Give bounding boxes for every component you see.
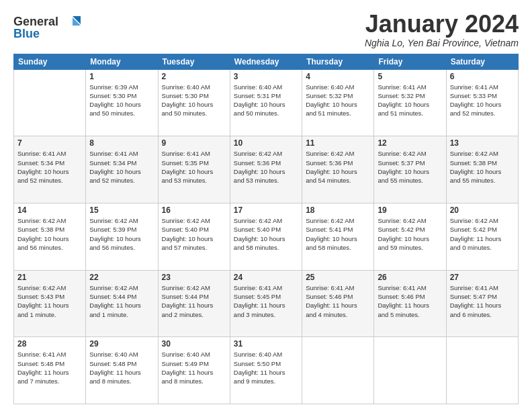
calendar-week-4: 28Sunrise: 6:41 AMSunset: 5:48 PMDayligh… (14, 337, 519, 404)
svg-text:Blue: Blue (13, 27, 40, 40)
day-info: Sunrise: 6:41 AMSunset: 5:45 PMDaylight:… (234, 283, 298, 319)
day-info: Sunrise: 6:42 AMSunset: 5:43 PMDaylight:… (17, 283, 82, 319)
calendar-cell: 4Sunrise: 6:40 AMSunset: 5:32 PMDaylight… (302, 69, 374, 136)
calendar-cell: 16Sunrise: 6:42 AMSunset: 5:40 PMDayligh… (158, 203, 230, 270)
day-number: 8 (89, 138, 154, 148)
day-info: Sunrise: 6:41 AMSunset: 5:35 PMDaylight:… (162, 149, 226, 185)
location: Nghia Lo, Yen Bai Province, Vietnam (365, 38, 519, 48)
calendar-cell: 20Sunrise: 6:42 AMSunset: 5:42 PMDayligh… (446, 203, 518, 270)
logo: General Blue (13, 11, 87, 44)
day-info: Sunrise: 6:42 AMSunset: 5:36 PMDaylight:… (306, 149, 370, 185)
calendar-week-1: 7Sunrise: 6:41 AMSunset: 5:34 PMDaylight… (14, 136, 519, 203)
day-info: Sunrise: 6:42 AMSunset: 5:38 PMDaylight:… (450, 149, 515, 185)
svg-text:General: General (13, 15, 58, 28)
day-info: Sunrise: 6:41 AMSunset: 5:46 PMDaylight:… (378, 283, 442, 319)
day-info: Sunrise: 6:41 AMSunset: 5:33 PMDaylight:… (450, 83, 515, 118)
calendar-cell: 24Sunrise: 6:41 AMSunset: 5:45 PMDayligh… (230, 270, 302, 337)
calendar-cell (446, 337, 518, 404)
day-info: Sunrise: 6:40 AMSunset: 5:30 PMDaylight:… (162, 83, 226, 118)
day-info: Sunrise: 6:40 AMSunset: 5:49 PMDaylight:… (162, 350, 226, 385)
col-friday: Friday (374, 54, 446, 69)
day-info: Sunrise: 6:39 AMSunset: 5:30 PMDaylight:… (89, 83, 154, 118)
col-tuesday: Tuesday (158, 54, 230, 69)
day-info: Sunrise: 6:40 AMSunset: 5:31 PMDaylight:… (234, 83, 298, 118)
calendar-cell: 18Sunrise: 6:42 AMSunset: 5:41 PMDayligh… (302, 203, 374, 270)
day-number: 3 (234, 72, 298, 81)
calendar-cell: 5Sunrise: 6:41 AMSunset: 5:32 PMDaylight… (374, 69, 446, 136)
calendar-cell: 9Sunrise: 6:41 AMSunset: 5:35 PMDaylight… (158, 136, 230, 203)
col-thursday: Thursday (302, 54, 374, 69)
day-number: 6 (450, 72, 515, 81)
calendar-cell: 31Sunrise: 6:40 AMSunset: 5:50 PMDayligh… (230, 337, 302, 404)
day-number: 27 (450, 273, 515, 282)
month-title: January 2024 (365, 11, 519, 38)
day-info: Sunrise: 6:42 AMSunset: 5:42 PMDaylight:… (378, 216, 442, 252)
day-info: Sunrise: 6:40 AMSunset: 5:32 PMDaylight:… (306, 83, 370, 118)
day-number: 17 (234, 205, 298, 215)
day-info: Sunrise: 6:41 AMSunset: 5:47 PMDaylight:… (450, 283, 515, 319)
day-info: Sunrise: 6:41 AMSunset: 5:32 PMDaylight:… (378, 83, 442, 118)
day-number: 21 (17, 273, 82, 282)
day-number: 10 (234, 138, 298, 148)
day-info: Sunrise: 6:40 AMSunset: 5:48 PMDaylight:… (89, 350, 154, 385)
day-info: Sunrise: 6:42 AMSunset: 5:37 PMDaylight:… (378, 149, 442, 185)
calendar-cell: 27Sunrise: 6:41 AMSunset: 5:47 PMDayligh… (446, 270, 518, 337)
calendar-cell: 26Sunrise: 6:41 AMSunset: 5:46 PMDayligh… (374, 270, 446, 337)
day-info: Sunrise: 6:41 AMSunset: 5:48 PMDaylight:… (17, 350, 82, 385)
calendar-cell: 6Sunrise: 6:41 AMSunset: 5:33 PMDaylight… (446, 69, 518, 136)
day-number: 18 (306, 205, 370, 215)
day-number: 20 (450, 205, 515, 215)
day-number: 5 (378, 72, 442, 81)
calendar-table: Sunday Monday Tuesday Wednesday Thursday… (13, 54, 519, 404)
day-number: 28 (17, 339, 82, 349)
day-number: 2 (162, 72, 226, 81)
day-info: Sunrise: 6:42 AMSunset: 5:39 PMDaylight:… (89, 216, 154, 252)
day-number: 26 (378, 273, 442, 282)
day-number: 23 (162, 273, 226, 282)
calendar-cell: 28Sunrise: 6:41 AMSunset: 5:48 PMDayligh… (14, 337, 86, 404)
calendar-body: 1Sunrise: 6:39 AMSunset: 5:30 PMDaylight… (14, 69, 519, 404)
calendar-cell (14, 69, 86, 136)
calendar-week-3: 21Sunrise: 6:42 AMSunset: 5:43 PMDayligh… (14, 270, 519, 337)
calendar-cell: 30Sunrise: 6:40 AMSunset: 5:49 PMDayligh… (158, 337, 230, 404)
calendar-cell: 12Sunrise: 6:42 AMSunset: 5:37 PMDayligh… (374, 136, 446, 203)
calendar-cell: 23Sunrise: 6:42 AMSunset: 5:44 PMDayligh… (158, 270, 230, 337)
calendar-cell: 11Sunrise: 6:42 AMSunset: 5:36 PMDayligh… (302, 136, 374, 203)
calendar-cell: 21Sunrise: 6:42 AMSunset: 5:43 PMDayligh… (14, 270, 86, 337)
calendar-cell: 7Sunrise: 6:41 AMSunset: 5:34 PMDaylight… (14, 136, 86, 203)
col-sunday: Sunday (14, 54, 86, 69)
calendar-cell: 8Sunrise: 6:41 AMSunset: 5:34 PMDaylight… (86, 136, 158, 203)
day-number: 11 (306, 138, 370, 148)
day-info: Sunrise: 6:41 AMSunset: 5:34 PMDaylight:… (17, 149, 82, 185)
day-number: 30 (162, 339, 226, 349)
day-number: 9 (162, 138, 226, 148)
day-number: 14 (17, 205, 82, 215)
day-info: Sunrise: 6:41 AMSunset: 5:46 PMDaylight:… (306, 283, 370, 319)
logo-svg: General Blue (13, 11, 87, 44)
calendar-week-0: 1Sunrise: 6:39 AMSunset: 5:30 PMDaylight… (14, 69, 519, 136)
day-info: Sunrise: 6:42 AMSunset: 5:41 PMDaylight:… (306, 216, 370, 252)
header-row: Sunday Monday Tuesday Wednesday Thursday… (14, 54, 519, 69)
calendar-cell: 15Sunrise: 6:42 AMSunset: 5:39 PMDayligh… (86, 203, 158, 270)
day-number: 25 (306, 273, 370, 282)
day-info: Sunrise: 6:42 AMSunset: 5:38 PMDaylight:… (17, 216, 82, 252)
day-number: 7 (17, 138, 82, 148)
day-number: 13 (450, 138, 515, 148)
day-number: 19 (378, 205, 442, 215)
day-number: 16 (162, 205, 226, 215)
day-number: 4 (306, 72, 370, 81)
day-info: Sunrise: 6:42 AMSunset: 5:42 PMDaylight:… (450, 216, 515, 252)
calendar-cell: 1Sunrise: 6:39 AMSunset: 5:30 PMDaylight… (86, 69, 158, 136)
day-number: 1 (89, 72, 154, 81)
day-number: 12 (378, 138, 442, 148)
col-wednesday: Wednesday (230, 54, 302, 69)
calendar-cell: 19Sunrise: 6:42 AMSunset: 5:42 PMDayligh… (374, 203, 446, 270)
day-info: Sunrise: 6:42 AMSunset: 5:44 PMDaylight:… (162, 283, 226, 319)
calendar-cell: 29Sunrise: 6:40 AMSunset: 5:48 PMDayligh… (86, 337, 158, 404)
day-info: Sunrise: 6:41 AMSunset: 5:34 PMDaylight:… (89, 149, 154, 185)
day-number: 22 (89, 273, 154, 282)
calendar-cell (374, 337, 446, 404)
day-number: 31 (234, 339, 298, 349)
col-monday: Monday (86, 54, 158, 69)
day-number: 15 (89, 205, 154, 215)
